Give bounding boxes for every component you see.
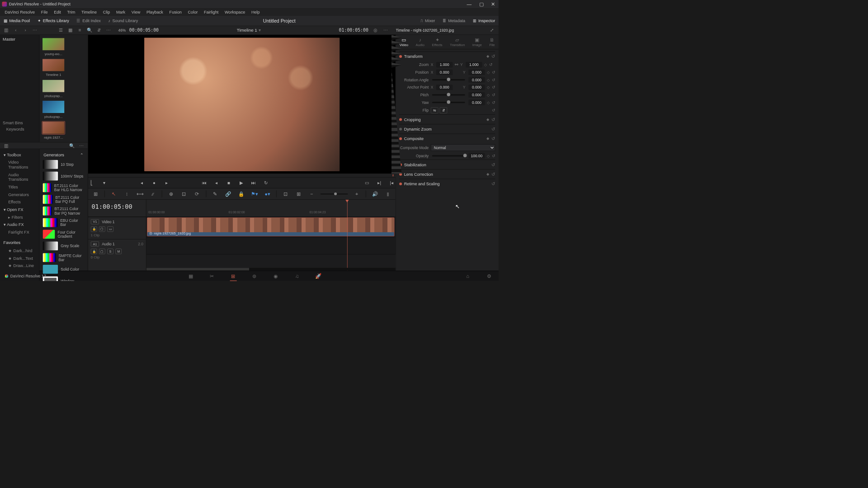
media-clip[interactable]: Timeline 1 <box>42 59 65 77</box>
prev-clip-icon[interactable]: |◂ <box>388 179 396 187</box>
list-view-icon[interactable]: ☰ <box>57 27 64 33</box>
overwrite-tool[interactable]: ⊡ <box>180 190 188 198</box>
menu-item[interactable]: Clip <box>100 9 113 15</box>
next-clip-icon[interactable]: ▸| <box>376 179 383 187</box>
toggle-media-pool[interactable]: ▦Media Pool <box>4 19 30 23</box>
lock-track-icon[interactable]: 🔒 <box>91 249 97 254</box>
back-button[interactable]: ‹ <box>12 27 19 33</box>
bin-view-icon[interactable]: ▥ <box>3 27 9 33</box>
generator-item[interactable]: BT.2111 Color Bar HLG Narrow <box>42 182 86 193</box>
expand-inspector-icon[interactable]: ⤢ <box>488 27 495 33</box>
generator-item[interactable]: Solid Color <box>42 263 86 275</box>
fx-tree-item[interactable]: Audio Transitions <box>1 171 38 183</box>
generator-item[interactable]: Four Color Gradient <box>42 229 86 240</box>
pos-x-input[interactable]: 0.000 <box>436 70 453 75</box>
audio-track[interactable] <box>146 237 396 254</box>
trim-tool[interactable]: ⫶ <box>123 190 131 198</box>
pitch-slider[interactable] <box>432 94 465 95</box>
menu-item[interactable]: Help <box>249 9 263 15</box>
menu-item[interactable]: Playback <box>144 9 166 15</box>
inspector-tab-transition[interactable]: ▱Transition <box>448 36 466 47</box>
menu-item[interactable]: Fusion <box>167 9 184 15</box>
reset-icon[interactable]: ↺ <box>492 100 495 105</box>
rotation-input[interactable]: 0.000 <box>468 77 485 83</box>
zoom-to-fit-icon[interactable]: ⊡ <box>281 190 289 198</box>
audiofx-node[interactable]: ▾Audio FX <box>1 221 38 229</box>
favorite-item[interactable]: ★Dark...Text <box>1 254 38 262</box>
generator-item[interactable]: 10 Step <box>42 159 86 170</box>
lock-track-icon[interactable]: 🔒 <box>91 226 97 232</box>
reset-icon[interactable]: ↺ <box>492 93 495 98</box>
zoom-in-icon[interactable]: + <box>353 190 361 198</box>
zoom-x-input[interactable]: 1.000 <box>436 62 453 67</box>
audio-track-header[interactable]: A1Audio 12.0 🔒 ▢ S M 0 Clip <box>88 239 146 261</box>
strip-view-icon[interactable]: ≡ <box>76 27 83 33</box>
snapping-icon[interactable]: ✎ <box>211 190 219 198</box>
menu-item[interactable]: Trim <box>64 9 78 15</box>
loop-button[interactable]: ↻ <box>262 179 270 187</box>
fusion-page-button[interactable]: ⊚ <box>250 272 259 280</box>
flip-h-button[interactable]: ⇋ <box>431 107 439 113</box>
zoom-y-input[interactable]: 1.000 <box>466 62 482 67</box>
menu-item[interactable]: Workspace <box>222 9 248 15</box>
match-frame-icon[interactable]: ● <box>151 179 158 187</box>
menu-item[interactable]: Edit <box>51 9 64 15</box>
media-clip[interactable]: young-wo... <box>42 38 65 56</box>
fx-tree-item[interactable]: Video Transitions <box>1 159 38 171</box>
fx-tree-item[interactable]: Titles <box>1 183 38 191</box>
link-icon[interactable]: ⚯ <box>455 62 458 67</box>
audio-meters-icon[interactable]: ▮ <box>384 190 392 198</box>
replace-tool[interactable]: ⟳ <box>193 190 201 198</box>
fx-tree-item[interactable]: Fairlight FX <box>1 229 38 236</box>
first-frame-button[interactable]: ⏮ <box>200 179 208 187</box>
media-page-button[interactable]: ▦ <box>186 272 195 280</box>
playhead[interactable] <box>347 200 348 271</box>
timeline-timecode[interactable]: 01:00:05:00 <box>88 200 146 217</box>
menu-item[interactable]: Color <box>185 9 200 15</box>
blade-tool[interactable]: ⫽ <box>149 190 157 198</box>
viewer-zoom[interactable]: 46% <box>118 28 126 33</box>
home-button[interactable]: ⌂ <box>463 272 472 280</box>
prev-frame-button[interactable]: ◂ <box>213 179 221 187</box>
dynamic-trim-tool[interactable]: ⟷ <box>136 190 144 198</box>
master-bin[interactable]: Master <box>3 37 36 42</box>
maximize-button[interactable]: ▢ <box>478 1 485 7</box>
toggle-metadata[interactable]: ≣Metadata <box>443 19 465 23</box>
reset-icon[interactable]: ↺ <box>492 70 495 75</box>
generator-item[interactable]: 100mV Steps <box>42 170 86 182</box>
reset-icon[interactable]: ↺ <box>492 77 495 82</box>
cropping-section[interactable]: Cropping◆↺ <box>399 115 495 124</box>
fx-tree-item[interactable]: Effects <box>1 198 38 206</box>
toolbox-node[interactable]: ▾Toolbox <box>1 151 38 159</box>
menu-item[interactable]: Mark <box>113 9 128 15</box>
video-track[interactable]: night-1927265_1920.jpg <box>146 217 396 237</box>
source-timecode[interactable]: 00:00:05:00 <box>129 28 159 33</box>
auto-select-icon[interactable]: ▢ <box>99 249 105 254</box>
keyframe-icon[interactable]: ◇ <box>487 93 490 97</box>
sort-icon[interactable]: ⇵ <box>95 27 102 33</box>
toggle-edit-index[interactable]: ☰Edit Index <box>76 19 100 23</box>
timeline-body[interactable]: 01:00:00:00 01:00:02:00 01:00:04:23 nigh… <box>146 200 396 271</box>
yaw-slider[interactable] <box>432 102 465 103</box>
viewer-options-icon[interactable]: ⋯ <box>382 27 389 33</box>
timeline-clip[interactable]: night-1927265_1920.jpg <box>147 217 394 236</box>
bypass-icon[interactable]: ◎ <box>372 27 378 33</box>
anchor-y-input[interactable]: 0.000 <box>468 84 485 90</box>
flag-icon[interactable]: ⚑▾ <box>250 190 258 198</box>
composite-mode-select[interactable]: Normal <box>431 144 495 151</box>
play-button[interactable]: ▶ <box>237 179 245 187</box>
fx-panel-icon[interactable]: ▥ <box>3 142 9 149</box>
keyframe-icon[interactable]: ◇ <box>487 85 490 89</box>
generator-item[interactable]: SMPTE Color Bar <box>42 252 86 263</box>
fairlight-page-button[interactable]: ♫ <box>292 272 302 280</box>
opacity-slider[interactable] <box>432 155 465 156</box>
keyframe-icon[interactable]: ◇ <box>487 78 490 81</box>
fx-options-icon[interactable]: ⋯ <box>78 142 85 149</box>
zoom-out-icon[interactable]: − <box>307 190 316 198</box>
color-page-button[interactable]: ◉ <box>271 272 280 280</box>
collapse-icon[interactable]: ⌃ <box>80 152 84 157</box>
menu-item[interactable]: View <box>129 9 143 15</box>
fx-tree-item-generators[interactable]: Generators <box>1 191 38 198</box>
more-icon[interactable]: ⋯ <box>32 27 38 33</box>
stop-button[interactable]: ■ <box>225 179 233 187</box>
